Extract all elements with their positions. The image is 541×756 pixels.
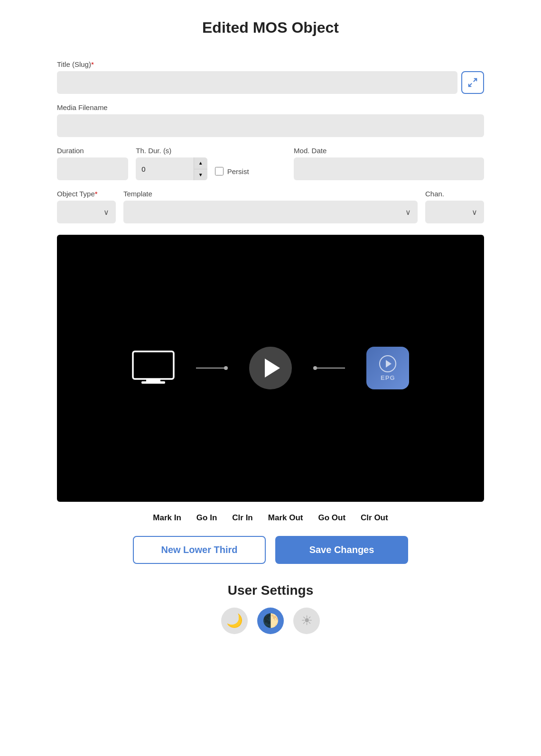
th-dur-spinner: 0 ▲ ▼ — [136, 157, 207, 180]
required-marker: * — [91, 60, 94, 68]
persist-label: Persist — [227, 167, 249, 175]
spinner-up-button[interactable]: ▲ — [194, 157, 207, 169]
form-section: Title (Slug)* Media Filename Duration T — [57, 60, 484, 564]
duration-input[interactable] — [57, 157, 128, 180]
action-buttons-row: New Lower Third Save Changes — [57, 536, 484, 564]
clr-in-button[interactable]: Clr In — [232, 513, 252, 523]
template-wrapper — [123, 201, 418, 223]
chan-label: Chan. — [425, 190, 484, 198]
template-select[interactable] — [123, 201, 418, 223]
video-player[interactable]: EPG — [57, 235, 484, 502]
object-type-select[interactable] — [57, 201, 116, 223]
theme-icons-row: 🌙 🌓 ☀ — [57, 608, 484, 634]
right-connector — [313, 366, 345, 370]
light-sun-icon: ☀ — [301, 613, 313, 628]
select-row: Object Type* Template Chan. — [57, 190, 484, 223]
monitor-icon — [132, 350, 175, 386]
th-dur-field: Th. Dur. (s) 0 ▲ ▼ — [136, 147, 207, 180]
svg-rect-2 — [133, 351, 174, 379]
user-settings-title: User Settings — [57, 583, 484, 598]
duration-row: Duration Th. Dur. (s) 0 ▲ ▼ Persist Mod.… — [57, 147, 484, 180]
play-triangle — [265, 359, 280, 378]
spinner-controls: ▲ ▼ — [194, 157, 207, 180]
media-filename-label: Media Filename — [57, 103, 484, 111]
go-out-button[interactable]: Go Out — [318, 513, 345, 523]
left-connector — [196, 366, 228, 370]
object-type-wrapper — [57, 201, 116, 223]
persist-checkbox[interactable] — [215, 167, 224, 175]
page-title: Edited MOS Object — [57, 19, 484, 37]
media-filename-group: Media Filename — [57, 103, 484, 137]
template-label: Template — [123, 190, 418, 198]
expand-button[interactable] — [461, 71, 484, 94]
new-lower-third-button[interactable]: New Lower Third — [133, 536, 266, 564]
save-changes-button[interactable]: Save Changes — [275, 536, 408, 564]
duration-label: Duration — [57, 147, 128, 155]
chan-wrapper — [425, 201, 484, 223]
epg-text: EPG — [381, 374, 395, 381]
template-field: Template — [123, 190, 418, 223]
epg-icon: EPG — [366, 347, 409, 389]
auto-theme-symbol: 🌓 — [262, 613, 279, 628]
spinner-value: 0 — [136, 165, 193, 173]
svg-rect-4 — [141, 381, 165, 384]
chan-field: Chan. — [425, 190, 484, 223]
mod-date-input[interactable] — [294, 157, 484, 180]
mark-out-button[interactable]: Mark Out — [268, 513, 303, 523]
mod-date-field: Mod. Date — [294, 147, 484, 180]
mod-date-label: Mod. Date — [294, 147, 484, 155]
title-slug-input[interactable] — [57, 71, 457, 94]
light-theme-icon[interactable]: ☀ — [293, 608, 320, 634]
user-settings-section: User Settings 🌙 🌓 ☀ — [57, 583, 484, 634]
spinner-down-button[interactable]: ▼ — [194, 169, 207, 181]
title-slug-label: Title (Slug)* — [57, 60, 484, 68]
chan-select[interactable] — [425, 201, 484, 223]
video-inner: EPG — [121, 347, 420, 389]
epg-play-triangle — [386, 360, 392, 368]
play-button[interactable] — [249, 347, 292, 389]
title-input-wrapper — [57, 71, 484, 94]
svg-rect-3 — [146, 379, 160, 381]
th-dur-label: Th. Dur. (s) — [136, 147, 207, 155]
go-in-button[interactable]: Go In — [196, 513, 217, 523]
controls-row: Mark In Go In Clr In Mark Out Go Out Clr… — [57, 513, 484, 523]
duration-field: Duration — [57, 147, 128, 180]
media-filename-input[interactable] — [57, 114, 484, 137]
dark-moon-icon: 🌙 — [226, 613, 243, 628]
persist-field: Persist — [215, 167, 286, 180]
object-type-label: Object Type* — [57, 190, 116, 198]
auto-theme-icon[interactable]: 🌓 — [257, 608, 284, 634]
title-slug-group: Title (Slug)* — [57, 60, 484, 94]
object-type-required: * — [95, 190, 98, 198]
clr-out-button[interactable]: Clr Out — [361, 513, 388, 523]
mark-in-button[interactable]: Mark In — [153, 513, 181, 523]
object-type-field: Object Type* — [57, 190, 116, 223]
epg-play-circle — [379, 355, 396, 372]
dark-theme-icon[interactable]: 🌙 — [221, 608, 248, 634]
